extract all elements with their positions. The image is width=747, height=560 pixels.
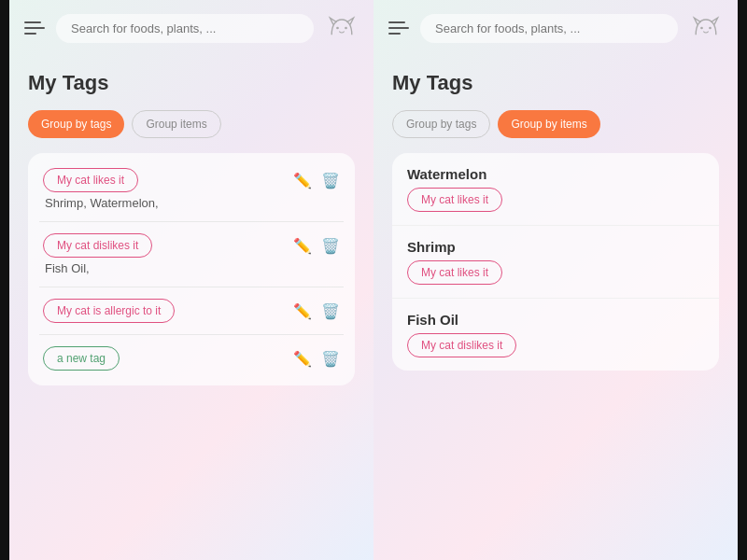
svg-point-1: [345, 27, 347, 30]
hamburger-menu-left[interactable]: [24, 21, 45, 35]
svg-point-2: [700, 27, 703, 30]
item-name-2: Shrimp: [407, 239, 704, 255]
top-nav-left: [9, 0, 374, 56]
tab-bar-right: Group by tags Group by items: [392, 110, 719, 138]
tag-actions-2: ✏️ 🗑️: [293, 237, 340, 255]
item-tag-chip-3: My cat dislikes it: [407, 333, 516, 357]
tag-items-2: Fish Oil,: [43, 261, 340, 275]
tags-card-left: My cat likes it ✏️ 🗑️ Shrimp, Watermelon…: [28, 153, 355, 385]
item-tag-chip-2: My cat likes it: [407, 260, 502, 285]
edit-icon-3[interactable]: ✏️: [293, 302, 312, 320]
left-panel: My Tags Group by tags Group items My cat…: [9, 0, 374, 560]
svg-point-0: [336, 27, 339, 30]
tab-group-by-items-right[interactable]: Group by items: [498, 110, 599, 138]
right-content: My Tags Group by tags Group by items Wat…: [374, 56, 738, 560]
tag-actions-3: ✏️ 🗑️: [293, 302, 340, 320]
tag-row-4: a new tag ✏️ 🗑️: [43, 346, 340, 371]
tab-group-by-tags-right[interactable]: Group by tags: [392, 110, 490, 138]
tag-chip-2: My cat dislikes it: [43, 233, 152, 258]
item-tag-chip-1: My cat likes it: [407, 188, 502, 212]
tag-chip-3: My cat is allergic to it: [43, 299, 175, 323]
tag-row-2: My cat dislikes it ✏️ 🗑️ Fish Oil,: [43, 233, 340, 275]
search-input-left[interactable]: [56, 14, 314, 43]
tag-row-3-header: My cat is allergic to it ✏️ 🗑️: [43, 299, 340, 323]
tag-row-1: My cat likes it ✏️ 🗑️ Shrimp, Watermelon…: [43, 168, 340, 210]
item-row-3: Fish Oil My cat dislikes it: [392, 299, 719, 371]
page-title-right: My Tags: [392, 71, 719, 95]
tag-chip-4: a new tag: [43, 346, 120, 371]
tag-chip-1: My cat likes it: [43, 168, 138, 192]
delete-icon-1[interactable]: 🗑️: [321, 172, 340, 189]
edit-icon-4[interactable]: ✏️: [293, 350, 312, 368]
tag-actions-1: ✏️ 🗑️: [293, 172, 340, 189]
page-title-left: My Tags: [28, 71, 355, 95]
hamburger-menu-right[interactable]: [388, 21, 409, 35]
item-name-1: Watermelon: [407, 166, 704, 182]
tag-row-1-header: My cat likes it ✏️ 🗑️: [43, 168, 340, 192]
tag-row-4-header: a new tag ✏️ 🗑️: [43, 346, 340, 371]
delete-icon-4[interactable]: 🗑️: [321, 350, 340, 368]
edit-icon-2[interactable]: ✏️: [293, 237, 312, 255]
divider-2: [39, 287, 344, 287]
divider-1: [39, 221, 344, 222]
right-panel: My Tags Group by tags Group by items Wat…: [374, 0, 738, 560]
tag-items-1: Shrimp, Watermelon,: [43, 196, 340, 210]
search-input-right[interactable]: [420, 14, 678, 43]
tab-group-by-tags-left[interactable]: Group by tags: [28, 110, 124, 138]
edit-icon-1[interactable]: ✏️: [293, 172, 312, 189]
cat-logo-left: [325, 11, 359, 45]
items-card-right: Watermelon My cat likes it Shrimp My cat…: [392, 153, 719, 371]
item-name-3: Fish Oil: [407, 312, 704, 328]
tab-group-items-left[interactable]: Group items: [132, 110, 220, 138]
delete-icon-3[interactable]: 🗑️: [321, 302, 340, 320]
delete-icon-2[interactable]: 🗑️: [321, 237, 340, 255]
svg-point-3: [709, 27, 712, 30]
divider-3: [39, 334, 344, 335]
top-nav-right: [374, 0, 738, 56]
tab-bar-left: Group by tags Group items: [28, 110, 355, 138]
tag-actions-4: ✏️ 🗑️: [293, 350, 340, 368]
item-row-2: Shrimp My cat likes it: [392, 226, 719, 299]
cat-logo-right: [689, 11, 723, 45]
left-content: My Tags Group by tags Group items My cat…: [9, 56, 374, 560]
tag-row-3: My cat is allergic to it ✏️ 🗑️: [43, 299, 340, 323]
tag-row-2-header: My cat dislikes it ✏️ 🗑️: [43, 233, 340, 258]
item-row-1: Watermelon My cat likes it: [392, 153, 719, 226]
